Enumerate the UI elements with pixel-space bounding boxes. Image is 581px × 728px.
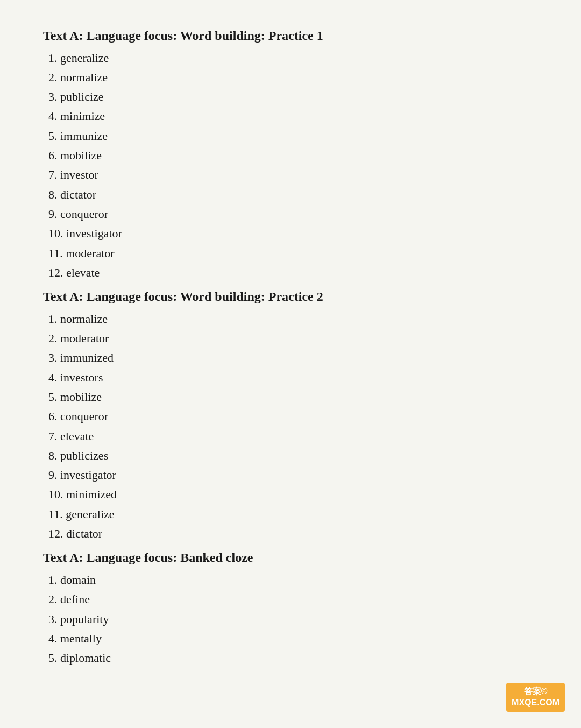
watermark-line1: 答案© [524, 687, 548, 696]
list-item-s1-3: 3. publicize [43, 87, 538, 107]
section-heading-3: Text A: Language focus: Banked cloze [43, 549, 538, 567]
list-item-s2-5: 5. mobilize [43, 387, 538, 407]
list-item-s2-10: 10. minimized [43, 485, 538, 504]
watermark-line2: MXQE.COM [512, 698, 559, 707]
list-item-s3-2: 2. define [43, 590, 538, 609]
list-item-s1-11: 11. moderator [43, 244, 538, 263]
list-item-s1-12: 12. elevate [43, 263, 538, 282]
list-item-s1-8: 8. dictator [43, 185, 538, 204]
list-item-s1-9: 9. conqueror [43, 204, 538, 224]
list-item-s3-3: 3. popularity [43, 610, 538, 629]
list-item-s3-1: 1. domain [43, 570, 538, 590]
list-item-s2-12: 12. dictator [43, 524, 538, 543]
list-item-s2-7: 7. elevate [43, 427, 538, 446]
list-item-s1-5: 5. immunize [43, 126, 538, 146]
list-item-s2-3: 3. immunized [43, 348, 538, 367]
list-item-s3-5: 5. diplomatic [43, 648, 538, 668]
list-item-s2-11: 11. generalize [43, 505, 538, 524]
list-item-s1-4: 4. minimize [43, 107, 538, 126]
section-heading-1: Text A: Language focus: Word building: P… [43, 27, 538, 45]
page-content: Text A: Language focus: Word building: P… [43, 27, 538, 668]
list-item-s1-6: 6. mobilize [43, 146, 538, 165]
list-item-s1-2: 2. normalize [43, 68, 538, 87]
list-item-s2-6: 6. conqueror [43, 407, 538, 426]
list-item-s1-1: 1. generalize [43, 48, 538, 68]
list-item-s3-4: 4. mentally [43, 629, 538, 648]
list-item-s2-9: 9. investigator [43, 465, 538, 485]
list-item-s1-10: 10. investigator [43, 224, 538, 243]
list-item-s2-1: 1. normalize [43, 309, 538, 329]
watermark-badge: 答案© MXQE.COM [506, 683, 565, 712]
list-item-s1-7: 7. investor [43, 165, 538, 185]
list-item-s2-2: 2. moderator [43, 329, 538, 348]
section-heading-2: Text A: Language focus: Word building: P… [43, 288, 538, 306]
list-item-s2-4: 4. investors [43, 368, 538, 387]
list-item-s2-8: 8. publicizes [43, 446, 538, 465]
